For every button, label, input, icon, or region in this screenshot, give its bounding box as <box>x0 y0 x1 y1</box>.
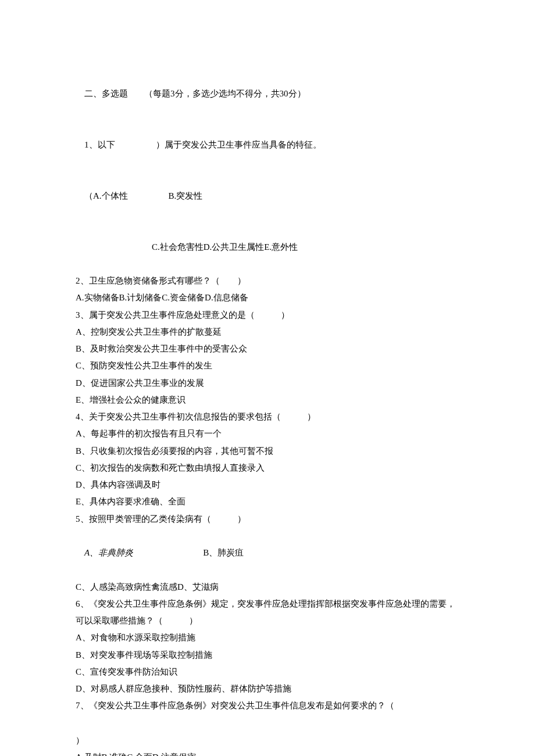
q5-options-ab: A、非典肺炎B、肺炭疽 <box>76 528 459 579</box>
q7-stem: 7、《突发公共卫生事件应急条例》对突发公共卫生事件信息发布是如何要求的？（ <box>76 697 459 714</box>
q4-option-d: D、具体内容强调及时 <box>76 476 459 493</box>
q3-option-b: B、及时救治突发公共卫生事件中的受害公众 <box>76 341 459 357</box>
q1-stem-b: ）属于突发公共卫生事件应当具备的特征。 <box>156 140 322 149</box>
q2-stem: 2、卫生应急物资储备形式有哪些？（ ） <box>76 273 459 289</box>
q7-options: A.及时B.准确C.全面D.注意保密 <box>76 749 459 756</box>
q4-option-a: A、每起事件的初次报告有且只有一个 <box>76 425 459 442</box>
q1-stem: 1、以下）属于突发公共卫生事件应当具备的特征。 <box>76 120 459 171</box>
q4-option-c: C、初次报告的发病数和死亡数由填报人直接录入 <box>76 460 459 476</box>
q3-option-c: C、预防突发性公共卫生事件的发生 <box>76 357 459 374</box>
q5-option-b: B、肺炭疽 <box>203 548 244 557</box>
q6-option-d: D、对易感人群应急接种、预防性服药、群体防护等措施 <box>76 680 459 697</box>
q5-option-a: A、非典肺炎 <box>84 548 133 557</box>
section-title-prefix: 二、多选题 <box>84 89 128 98</box>
q6-option-c: C、宣传突发事件防治知识 <box>76 664 459 680</box>
q4-stem: 4、关于突发公共卫生事件初次信息报告的要求包括（ ） <box>76 409 459 425</box>
q2-options: A.实物储备B.计划储备C.资金储备D.信息储备 <box>76 289 459 306</box>
q1-options-line3: C.社会危害性D.公共卫生属性E.意外性 <box>76 221 459 273</box>
q4-option-b: B、只收集初次报告必须要报的内容，其他可暂不报 <box>76 443 459 460</box>
q7-close-paren: ） <box>76 732 459 749</box>
q6-option-a: A、对食物和水源采取控制措施 <box>76 629 459 646</box>
q4-option-e: E、具体内容要求准确、全面 <box>76 493 459 510</box>
document-page: 二、多选题（每题3分，多选少选均不得分，共30分） 1、以下）属于突发公共卫生事… <box>0 0 535 756</box>
q5-options-cd: C、人感染高致病性禽流感D、艾滋病 <box>76 579 459 596</box>
q1-options-cde: C.社会危害性D.公共卫生属性E.意外性 <box>152 242 298 252</box>
q3-stem: 3、属于突发公共卫生事件应急处理意义的是（ ） <box>76 307 459 324</box>
section-title-rule: （每题3分，多选少选均不得分，共30分） <box>144 89 306 98</box>
q3-option-a: A、控制突发公共卫生事件的扩散蔓延 <box>76 324 459 341</box>
q3-option-e: E、增强社会公众的健康意识 <box>76 392 459 409</box>
q6-stem: 6、《突发公共卫生事件应急条例》规定，突发事件应急处理指挥部根据突发事件应急处理… <box>76 596 459 630</box>
q5-stem: 5、按照甲类管理的乙类传染病有（ ） <box>76 511 459 528</box>
section-header: 二、多选题（每题3分，多选少选均不得分，共30分） <box>76 69 459 120</box>
q1-stem-a: 1、以下 <box>84 140 115 149</box>
q3-option-d: D、促进国家公共卫生事业的发展 <box>76 375 459 392</box>
q1-option-b: B.突发性 <box>169 191 203 200</box>
blank-spacer <box>76 715 459 732</box>
q1-options-line2: （A.个体性B.突发性 <box>76 171 459 222</box>
q1-option-a: （A.个体性 <box>84 191 128 200</box>
q6-option-b: B、对突发事件现场等采取控制措施 <box>76 647 459 664</box>
